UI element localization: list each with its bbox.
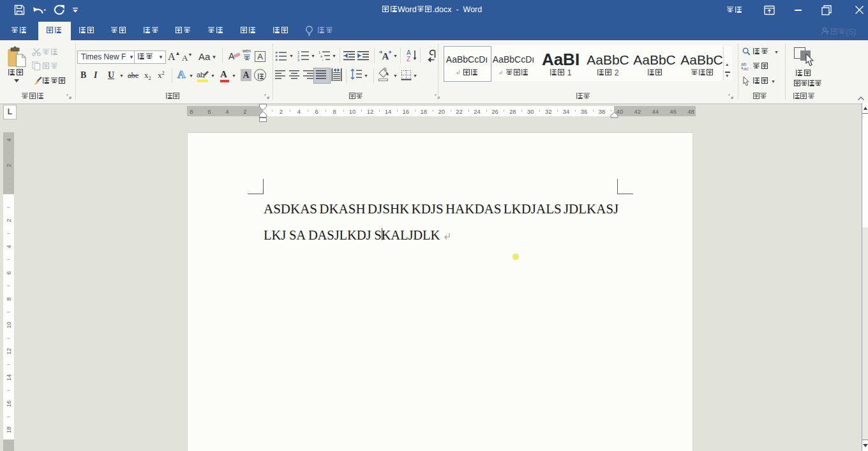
- svg-text:i: i: [322, 58, 323, 61]
- svg-text:ac: ac: [744, 66, 749, 71]
- svg-text:Z: Z: [407, 56, 410, 62]
- svg-text:A: A: [382, 51, 389, 61]
- svg-text:3: 3: [297, 58, 299, 61]
